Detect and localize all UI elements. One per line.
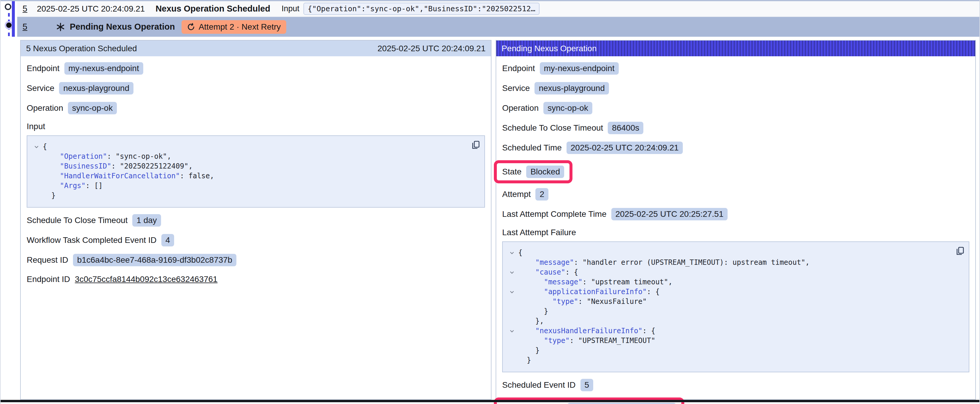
code-line: "message": "upstream timeout",	[506, 277, 950, 287]
field-label: Service	[502, 84, 530, 93]
field-schedule-to-close-timeout: Schedule To Close Timeout86400s	[502, 122, 969, 134]
pending-event-title: Pending Nexus Operation	[70, 22, 175, 32]
field-value-badge: b1c6a4bc-8ee7-468a-9169-df3b02c8737b	[73, 254, 236, 266]
field-value-badge: nexus-playground	[59, 82, 134, 95]
selected-range-bar	[12, 1, 15, 37]
retry-badge-label: Attempt 2 · Next Retry	[199, 22, 281, 32]
code-line: "Operation": "sync-op-ok",	[30, 152, 465, 162]
history-row-pending[interactable]: 5 Pending Nexus Operation Attempt 2 · Ne…	[17, 17, 980, 37]
code-line: "Args": []	[30, 181, 465, 191]
field-value-badge: Blocked	[526, 166, 564, 178]
field-endpoint-id: Endpoint ID3c0c75ccfa8144b092c13ce632463…	[27, 274, 485, 285]
scheduled-panel-body: Endpointmy-nexus-endpointServicenexus-pl…	[21, 56, 491, 285]
code-line: }	[30, 191, 465, 201]
event-title: Nexus Operation Scheduled	[156, 4, 270, 14]
input-preview-badge: {"Operation":"sync-op-ok","BusinessID":"…	[304, 3, 539, 15]
field-value-badge: 1 day	[132, 214, 161, 227]
field-value-badge: 86400s	[608, 122, 643, 134]
field-value-badge: 2025-02-25 UTC 20:24:09.21	[566, 142, 683, 154]
code-line: }	[506, 307, 950, 316]
code-line: {	[30, 142, 465, 152]
field-value-badge: 5	[581, 379, 593, 391]
event-timestamp: 2025-02-25 UTC 20:24:09.21	[37, 4, 145, 14]
field-last-attempt-complete-time: Last Attempt Complete Time2025-02-25 UTC…	[502, 208, 969, 220]
field-label: Workflow Task Completed Event ID	[27, 236, 157, 245]
field-operation: Operationsync-op-ok	[502, 102, 969, 114]
history-row-scheduled[interactable]: 5 2025-02-25 UTC 20:24:09.21 Nexus Opera…	[17, 1, 980, 17]
panel-title: 5 Nexus Operation Scheduled	[26, 44, 137, 53]
field-request-id: Request IDb1c6a4bc-8ee7-468a-9169-df3b02…	[27, 254, 485, 266]
annotation-highlight-box: StateBlocked	[494, 160, 573, 183]
field-scheduled-event-id: Scheduled Event ID5	[502, 379, 969, 391]
field-value-badge: my-nexus-endpoint	[64, 62, 143, 74]
field-service: Servicenexus-playground	[27, 82, 485, 95]
event-id-link[interactable]: 5	[22, 22, 27, 32]
chevron-down-icon[interactable]	[33, 144, 40, 150]
field-value-badge: The circuit breaker is open.	[567, 403, 676, 404]
retry-arrow-icon	[187, 23, 195, 31]
field-value-link[interactable]: 3c0c75ccfa8144b092c13ce632463761	[75, 274, 217, 284]
code-line: },	[506, 316, 950, 326]
field-state: StateBlocked	[502, 160, 969, 183]
copy-icon[interactable]	[955, 246, 964, 257]
panel-timestamp: 2025-02-25 UTC 20:24:09.21	[378, 44, 485, 53]
field-label: Endpoint	[27, 64, 60, 73]
field-label: Endpoint ID	[27, 274, 70, 284]
field-value-badge: sync-op-ok	[68, 102, 117, 114]
asterisk-icon	[56, 22, 65, 32]
field-label: Last Attempt Failure	[502, 228, 969, 237]
code-line: "nexusHandlerFailureInfo": {	[506, 326, 950, 336]
field-last-attempt-failure: Last Attempt Failure{ "message": "handle…	[502, 228, 969, 372]
json-viewer: { "Operation": "sync-op-ok", "BusinessID…	[27, 135, 485, 208]
chevron-down-icon[interactable]	[509, 328, 515, 334]
json-viewer: { "message": "handler error (UPSTREAM_TI…	[502, 241, 969, 372]
panel-title: Pending Nexus Operation	[501, 44, 597, 53]
field-schedule-to-close-timeout: Schedule To Close Timeout1 day	[27, 214, 485, 227]
field-label: Scheduled Time	[502, 143, 562, 152]
field-input: Input{ "Operation": "sync-op-ok", "Busin…	[27, 122, 485, 208]
field-label: Schedule To Close Timeout	[502, 123, 603, 133]
field-label: Service	[27, 84, 54, 93]
event-id-link[interactable]: 5	[22, 4, 27, 14]
history-group-bottom-border	[1, 400, 980, 402]
field-label: Attempt	[502, 190, 531, 199]
field-label: Endpoint	[502, 64, 535, 73]
field-label: Input	[27, 122, 485, 131]
field-label: Operation	[502, 103, 539, 113]
code-line: "type": "UPSTREAM_TIMEOUT"	[506, 336, 950, 345]
code-line: }	[506, 355, 950, 365]
field-value-badge: sync-op-ok	[543, 102, 592, 114]
code-line: "HandlerWaitForCancellation": false,	[30, 171, 465, 181]
code-line: "type": "NexusFailure"	[506, 297, 950, 307]
field-workflow-task-completed-event-id: Workflow Task Completed Event ID4	[27, 234, 485, 246]
circle-outline-icon	[5, 3, 11, 10]
field-operation: Operationsync-op-ok	[27, 102, 485, 114]
pending-operation-panel: Pending Nexus Operation Endpointmy-nexus…	[496, 40, 976, 400]
code-line: "cause": {	[506, 268, 950, 277]
dot-filled-icon	[6, 22, 11, 28]
chevron-down-icon[interactable]	[509, 269, 515, 276]
input-label: Input	[282, 4, 299, 13]
chevron-down-icon[interactable]	[509, 250, 515, 256]
code-line: }	[506, 345, 950, 355]
field-value-badge: 2	[535, 188, 549, 201]
pending-panel-body: Endpointmy-nexus-endpointServicenexus-pl…	[496, 56, 975, 404]
field-endpoint: Endpointmy-nexus-endpoint	[502, 62, 969, 74]
field-endpoint: Endpointmy-nexus-endpoint	[27, 62, 485, 74]
event-history-view: 5 2025-02-25 UTC 20:24:09.21 Nexus Opera…	[0, 0, 980, 404]
chevron-down-icon[interactable]	[509, 289, 515, 295]
field-label: Last Attempt Complete Time	[502, 209, 606, 219]
scheduled-event-panel: 5 Nexus Operation Scheduled 2025-02-25 U…	[20, 40, 492, 400]
field-label: Request ID	[27, 255, 68, 265]
copy-icon[interactable]	[471, 140, 480, 151]
field-label: Scheduled Event ID	[502, 380, 576, 390]
field-value-badge: 2025-02-25 UTC 20:25:27.51	[611, 208, 728, 220]
code-line: "BusinessID": "20250225122409",	[30, 162, 465, 171]
field-value-badge: nexus-playground	[535, 82, 609, 95]
field-value-badge: 4	[161, 234, 174, 246]
code-line: "message": "handler error (UPSTREAM_TIME…	[506, 258, 950, 268]
pending-panel-header: Pending Nexus Operation	[496, 41, 975, 56]
scheduled-panel-header: 5 Nexus Operation Scheduled 2025-02-25 U…	[21, 41, 491, 56]
code-line: {	[506, 248, 950, 258]
field-label: Operation	[27, 103, 63, 113]
